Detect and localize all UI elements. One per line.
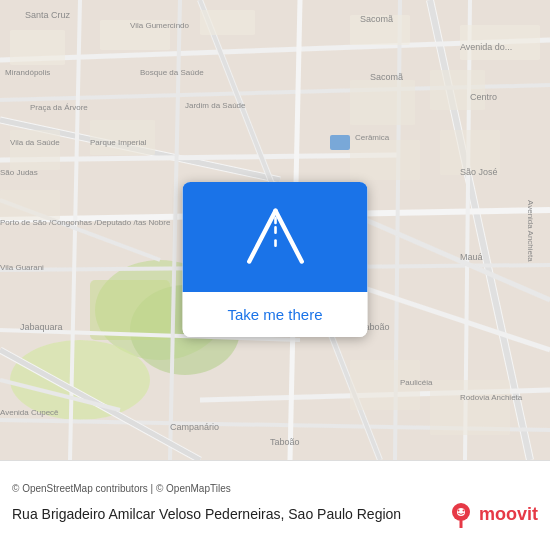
svg-text:Cerâmica: Cerâmica — [355, 133, 390, 142]
svg-text:Santa Cruz: Santa Cruz — [25, 10, 71, 20]
moovit-brand-text: moovit — [479, 504, 538, 525]
svg-rect-32 — [200, 10, 255, 35]
svg-text:Paulicéia: Paulicéia — [400, 378, 433, 387]
svg-text:Avenida Cupecê: Avenida Cupecê — [0, 408, 59, 417]
bottom-info-bar: © OpenStreetMap contributors | © OpenMap… — [0, 460, 550, 550]
svg-rect-43 — [430, 380, 510, 435]
svg-rect-38 — [350, 80, 415, 125]
location-row: Rua Brigadeiro Amilcar Veloso Pederneira… — [12, 500, 538, 528]
location-name: Rua Brigadeiro Amilcar Veloso Pederneira… — [12, 505, 437, 523]
svg-rect-71 — [330, 135, 350, 150]
svg-text:São José: São José — [460, 167, 498, 177]
svg-rect-39 — [430, 70, 485, 110]
svg-text:Parque Imperial: Parque Imperial — [90, 138, 147, 147]
moovit-logo: moovit — [447, 500, 538, 528]
svg-text:Vila da Saúde: Vila da Saúde — [10, 138, 60, 147]
svg-text:Bosque da Saúde: Bosque da Saúde — [140, 68, 204, 77]
svg-text:Jabaquara: Jabaquara — [20, 322, 63, 332]
svg-rect-35 — [10, 130, 60, 170]
card-icon-background — [183, 182, 368, 292]
svg-text:Praça da Árvore: Praça da Árvore — [30, 103, 88, 112]
map-attribution: © OpenStreetMap contributors | © OpenMap… — [12, 483, 538, 494]
svg-text:Sacomã: Sacomã — [370, 72, 403, 82]
svg-point-78 — [457, 510, 459, 512]
svg-text:Taboão: Taboão — [270, 437, 300, 447]
svg-rect-37 — [0, 190, 60, 220]
svg-rect-3 — [90, 280, 170, 340]
moovit-pin-icon — [447, 500, 475, 528]
svg-text:Vila Guarani: Vila Guarani — [0, 263, 44, 272]
svg-text:Sacomã: Sacomã — [360, 14, 393, 24]
svg-text:Mauá: Mauá — [460, 252, 483, 262]
svg-text:Mirandópolis: Mirandópolis — [5, 68, 50, 77]
take-me-there-button[interactable]: Take me there — [183, 292, 368, 337]
road-icon — [240, 202, 310, 272]
svg-rect-40 — [350, 140, 420, 180]
navigation-card: Take me there — [183, 182, 368, 337]
svg-line-73 — [275, 211, 301, 262]
svg-text:Avenida Anchieta: Avenida Anchieta — [526, 200, 535, 262]
svg-rect-30 — [10, 30, 65, 65]
svg-text:Avenida do...: Avenida do... — [460, 42, 512, 52]
svg-text:Jardim da Saúde: Jardim da Saúde — [185, 101, 246, 110]
svg-point-79 — [462, 510, 464, 512]
svg-line-72 — [249, 211, 275, 262]
svg-text:Rodovia Anchieta: Rodovia Anchieta — [460, 393, 523, 402]
svg-text:Porto de São /Congonhas /Deput: Porto de São /Congonhas /Deputado /tas N… — [0, 218, 171, 227]
svg-text:São Judas: São Judas — [0, 168, 38, 177]
svg-text:Centro: Centro — [470, 92, 497, 102]
svg-text:Campanário: Campanário — [170, 422, 219, 432]
svg-text:Vila Gumercindo: Vila Gumercindo — [130, 21, 190, 30]
